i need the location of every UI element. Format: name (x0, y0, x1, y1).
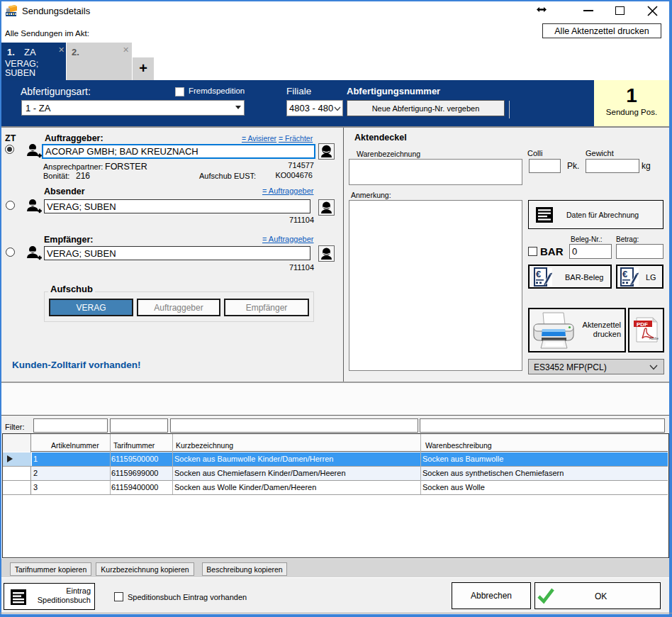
svg-text:€: € (536, 269, 541, 279)
svg-text:PDF: PDF (637, 321, 648, 328)
svg-text:€: € (622, 269, 627, 279)
svg-text:Adobe: Adobe (649, 337, 659, 340)
